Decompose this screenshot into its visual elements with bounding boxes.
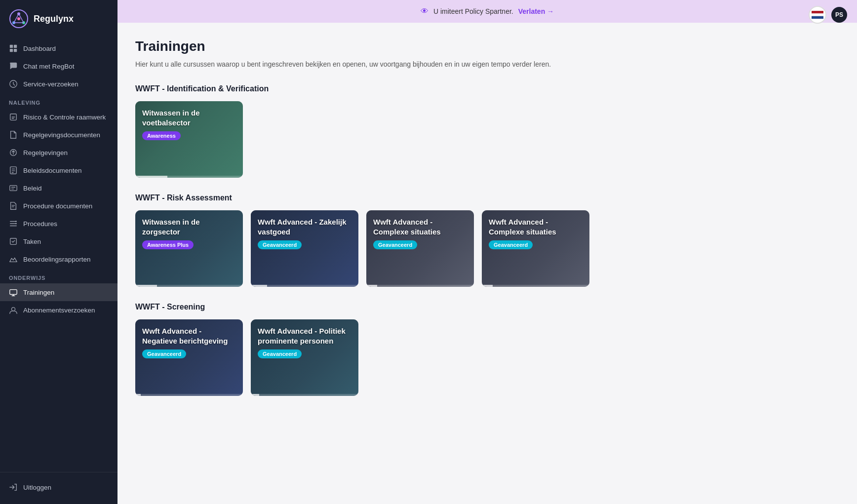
card-badge: Geavanceerd [142,349,186,358]
abonnements-icon [9,306,18,314]
card-badge: Geavanceerd [258,349,302,358]
section-wwft-screening: WWFT - Screening Wwft Advanced - Negatie… [135,303,839,396]
sidebar-item-label: Dashboard [23,45,56,52]
card-title: Wwft Advanced - Politiek prominente pers… [258,326,351,346]
dashboard-icon [9,44,18,53]
card-content: Witwassen in de zorgsector Awareness Plu… [135,210,243,287]
uitloggen-icon [9,483,18,492]
svg-point-21 [11,308,15,311]
card-progress-fill [366,285,377,287]
card-title: Witwassen in de voetbalsector [142,108,236,127]
section-title-risk: WWFT - Risk Assessment [135,194,839,202]
sidebar-item-dashboard[interactable]: Dashboard [0,39,117,57]
course-card-negatieve[interactable]: Wwft Advanced - Negatieve berichtgeving … [135,319,243,396]
sidebar-item-regelgevingsdocumenten[interactable]: Regelgevingsdocumenten [0,126,117,144]
flag-avatar [809,6,826,24]
card-progress-bar [251,285,358,287]
risico-icon [9,113,18,121]
card-content: Wwft Advanced - Complexe situaties Geava… [482,210,589,287]
card-content: Witwassen in de voetbalsector Awareness [135,101,243,178]
card-progress-bar [135,176,243,178]
card-badge: Awareness Plus [142,240,194,249]
card-content: Wwft Advanced - Complexe situaties Geava… [366,210,474,287]
user-avatar[interactable]: PS [831,7,847,23]
svg-point-18 [15,223,17,225]
svg-rect-10 [10,49,13,52]
main-content: 👁 U imiteert Policy Spartner. Verlaten →… [117,0,857,504]
course-card-politiek[interactable]: Wwft Advanced - Politiek prominente pers… [251,319,358,396]
beleid-icon [9,184,18,193]
card-title: Witwassen in de zorgsector [142,217,236,236]
sidebar-item-procedures[interactable]: Procedures [0,215,117,233]
sidebar-item-abonnementsverzoeken[interactable]: Abonnementsverzoeken [0,301,117,319]
course-card-complexe1[interactable]: Wwft Advanced - Complexe situaties Geava… [366,210,474,287]
card-progress-bar [251,394,358,396]
taken-icon [9,237,18,246]
verlaten-link[interactable]: Verlaten → [518,7,554,15]
card-title: Wwft Advanced - Zakelijk vastgoed [258,217,351,236]
card-content: Wwft Advanced - Politiek prominente pers… [251,319,358,396]
sidebar-item-label: Beoordelingsrapporten [23,256,91,263]
sidebar-item-proceduredocumenten[interactable]: Procedure documenten [0,197,117,215]
sidebar-item-label: Procedure documenten [23,202,92,210]
svg-rect-9 [14,45,17,48]
section-title-identification: WWFT - Identification & Verification [135,84,839,93]
sidebar-item-beleidsdocumenten[interactable]: Beleidsdocumenten [0,161,117,179]
sidebar-item-beleid[interactable]: Beleid [0,179,117,197]
sidebar: Regulynx Dashboard Chat met RegBot Servi… [0,0,117,504]
sidebar-item-beoordelingsrapporten[interactable]: Beoordelingsrapporten [0,250,117,268]
svg-rect-16 [10,186,17,191]
cards-grid-risk: Witwassen in de zorgsector Awareness Plu… [135,210,839,287]
sidebar-item-uitloggen[interactable]: Uitloggen [0,478,117,496]
card-progress-fill [251,394,259,396]
service-icon [9,79,18,88]
beoor-icon [9,255,18,264]
impersonation-message: U imiteert Policy Spartner. [433,7,513,15]
course-card-witwassen-voetbalsector[interactable]: Witwassen in de voetbalsector Awareness [135,101,243,178]
section-title-screening: WWFT - Screening [135,303,839,311]
procedures-icon [9,219,18,228]
sidebar-item-risico[interactable]: Risico & Controle raamwerk [0,108,117,126]
sidebar-item-service[interactable]: Service-verzoeken [0,75,117,93]
sidebar-item-label: Beleidsdocumenten [23,167,82,174]
sidebar-item-label: Regelgevingsdocumenten [23,131,100,139]
section-wwft-identification: WWFT - Identification & Verification Wit… [135,84,839,178]
page-subtitle: Hier kunt u alle cursussen waarop u bent… [135,59,839,70]
sidebar-item-label: Taken [23,238,41,245]
card-progress-bar [366,285,474,287]
svg-rect-20 [10,290,17,295]
content-area: Trainingen Hier kunt u alle cursussen wa… [117,23,857,504]
proceduredocs-icon [9,201,18,210]
svg-rect-24 [812,16,823,19]
sidebar-item-trainingen[interactable]: Trainingen [0,283,117,301]
sidebar-item-label: Chat met RegBot [23,63,75,70]
sidebar-item-label: Risico & Controle raamwerk [23,114,106,121]
card-badge: Geavanceerd [258,240,302,249]
svg-rect-22 [812,11,823,13]
svg-rect-23 [812,13,823,16]
card-content: Wwft Advanced - Zakelijk vastgoed Geavan… [251,210,358,287]
sidebar-item-chat[interactable]: Chat met RegBot [0,57,117,75]
card-progress-bar [135,285,243,287]
chat-icon [9,62,18,71]
eye-icon: 👁 [421,7,428,16]
card-progress-fill [482,285,493,287]
card-progress-bar [482,285,589,287]
regelgevingen-icon [9,148,18,157]
sidebar-item-label: Procedures [23,220,57,228]
cards-grid-screening: Wwft Advanced - Negatieve berichtgeving … [135,319,839,396]
trainingen-icon [9,288,18,297]
course-card-zorgsector[interactable]: Witwassen in de zorgsector Awareness Plu… [135,210,243,287]
sidebar-item-regelgevingen[interactable]: Regelgevingen [0,144,117,161]
dutch-flag-icon [812,11,823,19]
section-naleving: Naleving [0,93,117,108]
card-progress-bar [135,394,243,396]
course-card-complexe2[interactable]: Wwft Advanced - Complexe situaties Geava… [482,210,589,287]
sidebar-item-label: Beleid [23,185,42,192]
card-badge: Awareness [142,131,181,140]
sidebar-item-taken[interactable]: Taken [0,233,117,250]
course-card-zakelijk-vastgoed[interactable]: Wwft Advanced - Zakelijk vastgoed Geavan… [251,210,358,287]
logo-icon [9,9,29,29]
svg-rect-8 [10,45,13,48]
card-badge: Geavanceerd [373,240,417,249]
